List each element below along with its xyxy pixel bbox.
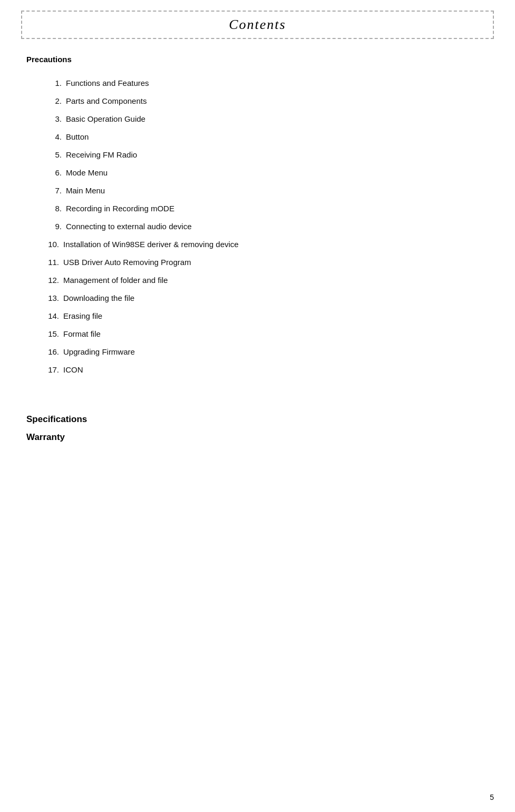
toc-item-number: 8. [50, 202, 62, 215]
toc-item-number: 12. [42, 274, 59, 287]
toc-item-text: Functions and Features [66, 79, 149, 87]
toc-item-text: Upgrading Firmware [63, 347, 135, 356]
toc-item-text: ICON [63, 365, 83, 374]
precautions-label: Precautions [26, 55, 494, 64]
toc-item: 8.Recording in Recording mODE [21, 200, 494, 218]
toc-item-text: Button [66, 132, 89, 141]
page-title: Contents [22, 17, 493, 33]
toc-item-text: USB Driver Auto Removing Program [63, 258, 191, 267]
toc-item: 10.Installation of Win98SE deriver & rem… [21, 236, 494, 253]
toc-item-number: 11. [42, 256, 59, 269]
toc-item-text: Management of folder and file [63, 276, 168, 285]
toc-item: 3.Basic Operation Guide [21, 110, 494, 128]
toc-item-number: 16. [42, 346, 59, 358]
toc-item: 7.Main Menu [21, 182, 494, 200]
toc-item-number: 13. [42, 292, 59, 305]
specifications-label: Specifications [26, 410, 494, 428]
toc-item-number: 6. [50, 167, 62, 179]
toc-item: 11.USB Driver Auto Removing Program [21, 253, 494, 271]
toc-item-number: 15. [42, 328, 59, 340]
toc-item-text: Main Menu [66, 186, 105, 195]
toc-item-number: 14. [42, 310, 59, 322]
page-container: Contents Precautions 1.Functions and Fea… [0, 0, 515, 812]
toc-item: 16.Upgrading Firmware [21, 343, 494, 361]
warranty-label: Warranty [26, 428, 494, 446]
toc-item: 6.Mode Menu [21, 164, 494, 182]
toc-item-text: Connecting to external audio device [66, 222, 192, 231]
title-bar: Contents [21, 11, 494, 39]
toc-item-text: Receiving FM Radio [66, 150, 137, 159]
toc-item-number: 4. [50, 131, 62, 143]
toc-item: 1.Functions and Features [21, 74, 494, 92]
toc-item: 9.Connecting to external audio device [21, 218, 494, 236]
toc-item: 4.Button [21, 128, 494, 146]
toc-item-number: 5. [50, 149, 62, 161]
toc-item: 15.Format file [21, 325, 494, 343]
bottom-items: Specifications Warranty [26, 410, 494, 446]
toc-item: 17.ICON [21, 361, 494, 379]
toc-item-text: Recording in Recording mODE [66, 204, 174, 213]
toc-item: 14.Erasing file [21, 307, 494, 325]
toc-item-number: 17. [42, 364, 59, 376]
toc-item: 2.Parts and Components [21, 92, 494, 110]
toc-item-text: Erasing file [63, 311, 102, 320]
toc-item: 5.Receiving FM Radio [21, 146, 494, 164]
toc-item-text: Format file [63, 329, 101, 338]
toc-item-number: 7. [50, 184, 62, 197]
toc-item-text: Installation of Win98SE deriver & removi… [63, 240, 239, 249]
page-number: 5 [490, 793, 494, 801]
toc-item: 12.Management of folder and file [21, 271, 494, 289]
toc-item-text: Mode Menu [66, 168, 108, 177]
toc-item-number: 10. [42, 238, 59, 251]
toc-item-text: Basic Operation Guide [66, 114, 145, 123]
toc-item-text: Parts and Components [66, 96, 147, 105]
toc-item-number: 2. [50, 95, 62, 107]
toc-list: 1.Functions and Features2.Parts and Comp… [21, 74, 494, 379]
toc-item-number: 9. [50, 220, 62, 233]
toc-item-number: 3. [50, 113, 62, 125]
toc-item-text: Downloading the file [63, 294, 134, 302]
toc-item: 13.Downloading the file [21, 289, 494, 307]
toc-item-number: 1. [50, 77, 62, 90]
